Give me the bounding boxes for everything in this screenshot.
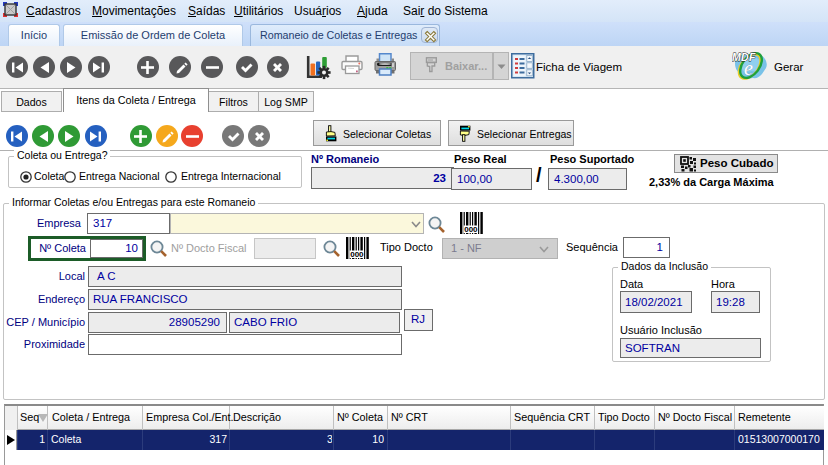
svg-text:e: e bbox=[744, 57, 753, 79]
svg-text:000: 000 bbox=[464, 225, 478, 234]
svg-text:000: 000 bbox=[350, 250, 364, 259]
